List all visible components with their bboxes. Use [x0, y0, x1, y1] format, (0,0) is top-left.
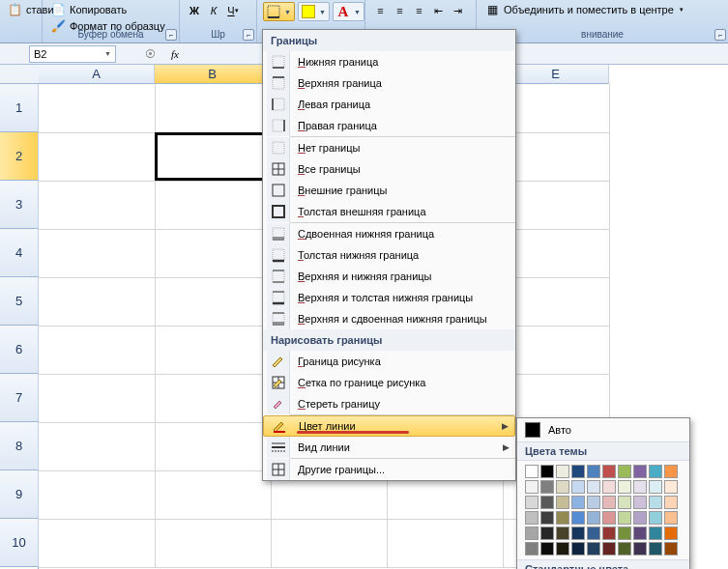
color-swatch[interactable] [633, 465, 647, 478]
color-swatch[interactable] [540, 496, 554, 509]
color-swatch[interactable] [571, 465, 585, 478]
color-swatch[interactable] [633, 480, 647, 494]
color-swatch[interactable] [571, 496, 585, 509]
row-header-9[interactable]: 9 [0, 470, 39, 519]
color-swatch[interactable] [587, 542, 600, 555]
color-swatch[interactable] [649, 542, 662, 555]
bold-button[interactable]: Ж [186, 2, 203, 19]
row-header-3[interactable]: 3 [0, 181, 39, 229]
color-swatch[interactable] [587, 480, 600, 494]
color-swatch[interactable] [571, 480, 585, 494]
color-swatch[interactable] [664, 480, 678, 494]
border-item-4[interactable]: Нет границы [263, 137, 515, 158]
indent-inc[interactable]: ⇥ [449, 2, 467, 19]
row-header-5[interactable]: 5 [0, 277, 39, 326]
line-style-item[interactable]: Вид линии ▶ [263, 437, 515, 458]
font-launcher[interactable]: ⌐ [243, 29, 254, 41]
row-header-6[interactable]: 6 [0, 326, 39, 374]
color-swatch[interactable] [664, 465, 678, 478]
color-swatch[interactable] [571, 542, 585, 555]
col-header-A[interactable]: A [39, 65, 155, 84]
col-header-B[interactable]: B [155, 65, 271, 84]
row-header-7[interactable]: 7 [0, 374, 39, 422]
row-header-8[interactable]: 8 [0, 422, 39, 470]
color-swatch[interactable] [618, 480, 631, 494]
color-swatch[interactable] [649, 496, 662, 509]
row-header-10[interactable]: 10 [0, 519, 39, 567]
color-swatch[interactable] [649, 526, 662, 540]
color-swatch[interactable] [556, 496, 569, 509]
align-middle[interactable]: ≡ [391, 2, 409, 19]
color-swatch[interactable] [556, 465, 569, 478]
color-swatch[interactable] [525, 496, 539, 509]
border-item-11[interactable]: Верхняя и толстая нижняя границы [263, 287, 515, 308]
color-swatch[interactable] [540, 511, 554, 525]
color-swatch[interactable] [664, 511, 678, 525]
line-color-item[interactable]: Цвет линии ▶ [263, 415, 515, 437]
color-swatch[interactable] [556, 526, 569, 540]
color-swatch[interactable] [602, 465, 616, 478]
color-swatch[interactable] [664, 496, 678, 509]
color-swatch[interactable] [602, 542, 616, 555]
align-bottom[interactable]: ≡ [410, 2, 428, 19]
color-swatch[interactable] [556, 542, 569, 555]
draw-border-item-0[interactable]: Граница рисунка [263, 351, 515, 372]
color-swatch[interactable] [525, 542, 539, 555]
underline-button[interactable]: Ч▾ [224, 2, 242, 19]
color-swatch[interactable] [587, 526, 600, 540]
color-swatch[interactable] [602, 526, 616, 540]
row-header-4[interactable]: 4 [0, 229, 39, 277]
color-swatch[interactable] [540, 542, 554, 555]
color-swatch[interactable] [633, 496, 647, 509]
align-top[interactable]: ≡ [371, 2, 390, 19]
more-borders-item[interactable]: Другие границы... [263, 459, 515, 480]
name-box[interactable]: B2▼ [29, 45, 116, 63]
color-swatch[interactable] [649, 511, 662, 525]
color-swatch[interactable] [571, 526, 585, 540]
color-swatch[interactable] [540, 480, 554, 494]
color-swatch[interactable] [540, 465, 554, 478]
draw-border-item-1[interactable]: Сетка по границе рисунка [263, 372, 515, 393]
paste-button[interactable]: 📋ставить [6, 2, 36, 17]
border-item-10[interactable]: Верхняя и нижняя границы [263, 266, 515, 287]
name-splitter[interactable]: ⦿ [141, 48, 159, 60]
color-swatch[interactable] [587, 511, 600, 525]
color-swatch[interactable] [556, 480, 569, 494]
border-item-12[interactable]: Верхняя и сдвоенная нижняя границы [263, 308, 515, 329]
row-header-1[interactable]: 1 [0, 84, 39, 132]
color-swatch[interactable] [618, 511, 631, 525]
indent-dec[interactable]: ⇤ [429, 2, 448, 19]
fill-dropdown[interactable]: ▼ [298, 2, 330, 21]
fontcolor-dropdown[interactable]: A▼ [333, 2, 364, 21]
merge-center-button[interactable]: ▦Объединить и поместить в центре▾ [482, 2, 722, 17]
border-item-0[interactable]: Нижняя граница [263, 51, 515, 72]
color-swatch[interactable] [618, 542, 631, 555]
color-swatch[interactable] [633, 526, 647, 540]
border-item-7[interactable]: Толстая внешняя граница [263, 201, 515, 222]
color-swatch[interactable] [649, 480, 662, 494]
color-swatch[interactable] [540, 526, 554, 540]
border-item-8[interactable]: Сдвоенная нижняя граница [263, 223, 515, 244]
fx-icon[interactable]: fx [164, 45, 186, 63]
draw-border-item-2[interactable]: Стереть границу [263, 393, 515, 414]
select-all[interactable] [0, 65, 39, 84]
auto-color-item[interactable]: Авто [517, 418, 689, 441]
color-swatch[interactable] [633, 542, 647, 555]
color-swatch[interactable] [664, 542, 678, 555]
copy-button[interactable]: 📄Копировать [48, 2, 173, 17]
color-swatch[interactable] [618, 526, 631, 540]
border-item-6[interactable]: Внешние границы [263, 180, 515, 201]
italic-button[interactable]: К [205, 2, 222, 19]
border-item-5[interactable]: Все границы [263, 158, 515, 180]
color-swatch[interactable] [602, 496, 616, 509]
border-item-9[interactable]: Толстая нижняя граница [263, 244, 515, 266]
row-header-2[interactable]: 2 [0, 132, 39, 181]
color-swatch[interactable] [525, 526, 539, 540]
color-swatch[interactable] [571, 511, 585, 525]
col-header-E[interactable]: E [503, 65, 609, 84]
color-swatch[interactable] [649, 465, 662, 478]
color-swatch[interactable] [664, 526, 678, 540]
color-swatch[interactable] [618, 465, 631, 478]
color-swatch[interactable] [602, 480, 616, 494]
color-swatch[interactable] [525, 480, 539, 494]
